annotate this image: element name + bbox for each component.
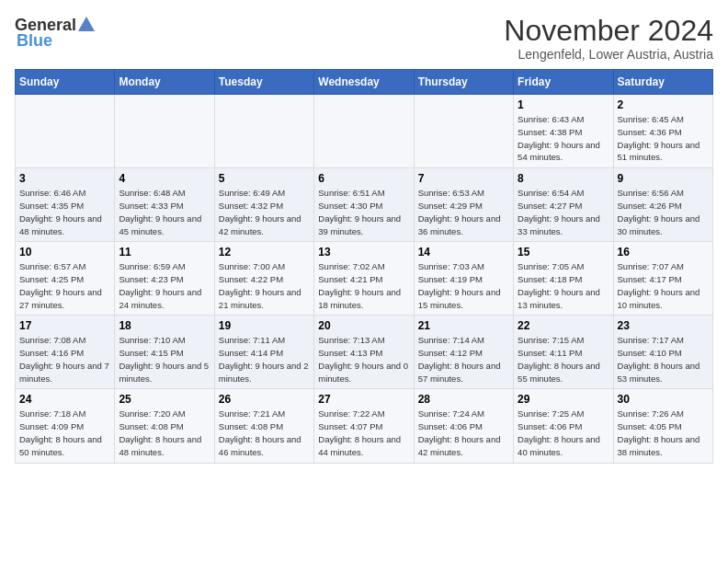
day-detail: Sunrise: 6:45 AM Sunset: 4:36 PM Dayligh… xyxy=(618,113,709,164)
calendar-cell xyxy=(314,95,414,168)
calendar-cell: 30Sunrise: 7:26 AM Sunset: 4:05 PM Dayli… xyxy=(613,389,712,463)
day-number: 6 xyxy=(318,172,409,185)
day-detail: Sunrise: 7:10 AM Sunset: 4:15 PM Dayligh… xyxy=(119,334,210,385)
day-number: 12 xyxy=(219,246,310,259)
calendar-cell: 12Sunrise: 7:00 AM Sunset: 4:22 PM Dayli… xyxy=(214,242,313,316)
calendar-cell: 1Sunrise: 6:43 AM Sunset: 4:38 PM Daylig… xyxy=(514,95,613,168)
calendar-cell: 27Sunrise: 7:22 AM Sunset: 4:07 PM Dayli… xyxy=(314,389,414,463)
day-detail: Sunrise: 7:24 AM Sunset: 4:06 PM Dayligh… xyxy=(418,408,509,458)
day-detail: Sunrise: 6:57 AM Sunset: 4:25 PM Dayligh… xyxy=(19,260,110,311)
day-detail: Sunrise: 7:14 AM Sunset: 4:12 PM Dayligh… xyxy=(418,334,509,385)
day-number: 20 xyxy=(318,319,409,332)
calendar-body: 1Sunrise: 6:43 AM Sunset: 4:38 PM Daylig… xyxy=(16,95,713,463)
day-detail: Sunrise: 7:15 AM Sunset: 4:11 PM Dayligh… xyxy=(518,334,609,385)
day-number: 9 xyxy=(618,172,709,185)
calendar-week-row: 24Sunrise: 7:18 AM Sunset: 4:09 PM Dayli… xyxy=(16,389,713,463)
day-header-saturday: Saturday xyxy=(613,70,712,95)
calendar-cell: 3Sunrise: 6:46 AM Sunset: 4:35 PM Daylig… xyxy=(16,168,115,242)
day-detail: Sunrise: 7:20 AM Sunset: 4:08 PM Dayligh… xyxy=(119,408,210,458)
day-detail: Sunrise: 6:46 AM Sunset: 4:35 PM Dayligh… xyxy=(19,187,110,237)
day-number: 16 xyxy=(618,246,709,259)
day-number: 19 xyxy=(219,319,310,332)
day-number: 7 xyxy=(418,172,509,185)
day-detail: Sunrise: 6:51 AM Sunset: 4:30 PM Dayligh… xyxy=(318,187,409,237)
calendar-cell: 26Sunrise: 7:21 AM Sunset: 4:08 PM Dayli… xyxy=(214,389,313,463)
calendar-cell: 11Sunrise: 6:59 AM Sunset: 4:23 PM Dayli… xyxy=(115,242,214,316)
calendar-cell: 13Sunrise: 7:02 AM Sunset: 4:21 PM Dayli… xyxy=(314,242,414,316)
day-detail: Sunrise: 6:59 AM Sunset: 4:23 PM Dayligh… xyxy=(119,260,210,311)
calendar-cell: 2Sunrise: 6:45 AM Sunset: 4:36 PM Daylig… xyxy=(613,95,712,168)
calendar-cell xyxy=(115,95,214,168)
day-number: 4 xyxy=(119,172,210,185)
day-number: 22 xyxy=(518,319,609,332)
day-detail: Sunrise: 7:26 AM Sunset: 4:05 PM Dayligh… xyxy=(618,408,709,458)
calendar-cell: 24Sunrise: 7:18 AM Sunset: 4:09 PM Dayli… xyxy=(16,389,115,463)
calendar-cell: 16Sunrise: 7:07 AM Sunset: 4:17 PM Dayli… xyxy=(613,242,712,316)
subtitle: Lengenfeld, Lower Austria, Austria xyxy=(504,47,713,62)
calendar-cell: 28Sunrise: 7:24 AM Sunset: 4:06 PM Dayli… xyxy=(414,389,513,463)
calendar-week-row: 1Sunrise: 6:43 AM Sunset: 4:38 PM Daylig… xyxy=(16,95,713,168)
logo-icon xyxy=(76,15,97,35)
day-header-sunday: Sunday xyxy=(16,70,115,95)
calendar-cell: 22Sunrise: 7:15 AM Sunset: 4:11 PM Dayli… xyxy=(514,316,613,389)
day-detail: Sunrise: 7:11 AM Sunset: 4:14 PM Dayligh… xyxy=(219,334,310,385)
calendar-cell: 29Sunrise: 7:25 AM Sunset: 4:06 PM Dayli… xyxy=(514,389,613,463)
calendar-cell xyxy=(414,95,513,168)
day-number: 3 xyxy=(19,172,110,185)
day-number: 18 xyxy=(119,319,210,332)
calendar-cell: 18Sunrise: 7:10 AM Sunset: 4:15 PM Dayli… xyxy=(115,316,214,389)
day-number: 15 xyxy=(518,246,609,259)
title-block: November 2024 Lengenfeld, Lower Austria,… xyxy=(504,15,713,62)
calendar-cell xyxy=(214,95,313,168)
day-detail: Sunrise: 7:03 AM Sunset: 4:19 PM Dayligh… xyxy=(418,260,509,311)
day-number: 29 xyxy=(518,393,609,406)
day-detail: Sunrise: 7:21 AM Sunset: 4:08 PM Dayligh… xyxy=(219,408,310,458)
day-header-tuesday: Tuesday xyxy=(214,70,313,95)
calendar-cell: 21Sunrise: 7:14 AM Sunset: 4:12 PM Dayli… xyxy=(414,316,513,389)
logo-blue: Blue xyxy=(17,31,52,51)
calendar-cell: 6Sunrise: 6:51 AM Sunset: 4:30 PM Daylig… xyxy=(314,168,414,242)
calendar-week-row: 3Sunrise: 6:46 AM Sunset: 4:35 PM Daylig… xyxy=(16,168,713,242)
svg-marker-0 xyxy=(78,17,95,31)
day-detail: Sunrise: 7:07 AM Sunset: 4:17 PM Dayligh… xyxy=(618,260,709,311)
calendar-header-row: SundayMondayTuesdayWednesdayThursdayFrid… xyxy=(16,70,713,95)
day-number: 21 xyxy=(418,319,509,332)
day-number: 28 xyxy=(418,393,509,406)
day-number: 10 xyxy=(19,246,110,259)
header: General Blue November 2024 Lengenfeld, L… xyxy=(15,15,713,62)
day-number: 27 xyxy=(318,393,409,406)
day-detail: Sunrise: 6:56 AM Sunset: 4:26 PM Dayligh… xyxy=(618,187,709,237)
day-number: 11 xyxy=(119,246,210,259)
calendar-cell: 9Sunrise: 6:56 AM Sunset: 4:26 PM Daylig… xyxy=(613,168,712,242)
calendar-table: SundayMondayTuesdayWednesdayThursdayFrid… xyxy=(15,69,713,463)
calendar-cell: 19Sunrise: 7:11 AM Sunset: 4:14 PM Dayli… xyxy=(214,316,313,389)
calendar-cell: 20Sunrise: 7:13 AM Sunset: 4:13 PM Dayli… xyxy=(314,316,414,389)
day-detail: Sunrise: 6:54 AM Sunset: 4:27 PM Dayligh… xyxy=(518,187,609,237)
calendar-cell: 14Sunrise: 7:03 AM Sunset: 4:19 PM Dayli… xyxy=(414,242,513,316)
calendar-cell: 23Sunrise: 7:17 AM Sunset: 4:10 PM Dayli… xyxy=(613,316,712,389)
day-number: 24 xyxy=(19,393,110,406)
calendar-cell: 8Sunrise: 6:54 AM Sunset: 4:27 PM Daylig… xyxy=(514,168,613,242)
day-detail: Sunrise: 7:13 AM Sunset: 4:13 PM Dayligh… xyxy=(318,334,409,385)
day-detail: Sunrise: 6:48 AM Sunset: 4:33 PM Dayligh… xyxy=(119,187,210,237)
day-header-monday: Monday xyxy=(115,70,214,95)
day-detail: Sunrise: 7:02 AM Sunset: 4:21 PM Dayligh… xyxy=(318,260,409,311)
day-number: 5 xyxy=(219,172,310,185)
calendar-cell: 10Sunrise: 6:57 AM Sunset: 4:25 PM Dayli… xyxy=(16,242,115,316)
day-number: 23 xyxy=(618,319,709,332)
day-detail: Sunrise: 7:18 AM Sunset: 4:09 PM Dayligh… xyxy=(19,408,110,458)
day-header-thursday: Thursday xyxy=(414,70,513,95)
day-number: 1 xyxy=(518,98,609,111)
calendar-week-row: 10Sunrise: 6:57 AM Sunset: 4:25 PM Dayli… xyxy=(16,242,713,316)
main-title: November 2024 xyxy=(504,15,713,47)
day-number: 17 xyxy=(19,319,110,332)
day-number: 26 xyxy=(219,393,310,406)
day-header-friday: Friday xyxy=(514,70,613,95)
day-detail: Sunrise: 7:17 AM Sunset: 4:10 PM Dayligh… xyxy=(618,334,709,385)
day-detail: Sunrise: 7:05 AM Sunset: 4:18 PM Dayligh… xyxy=(518,260,609,311)
day-detail: Sunrise: 7:22 AM Sunset: 4:07 PM Dayligh… xyxy=(318,408,409,458)
calendar-cell: 7Sunrise: 6:53 AM Sunset: 4:29 PM Daylig… xyxy=(414,168,513,242)
day-number: 30 xyxy=(618,393,709,406)
day-number: 14 xyxy=(418,246,509,259)
calendar-cell: 25Sunrise: 7:20 AM Sunset: 4:08 PM Dayli… xyxy=(115,389,214,463)
